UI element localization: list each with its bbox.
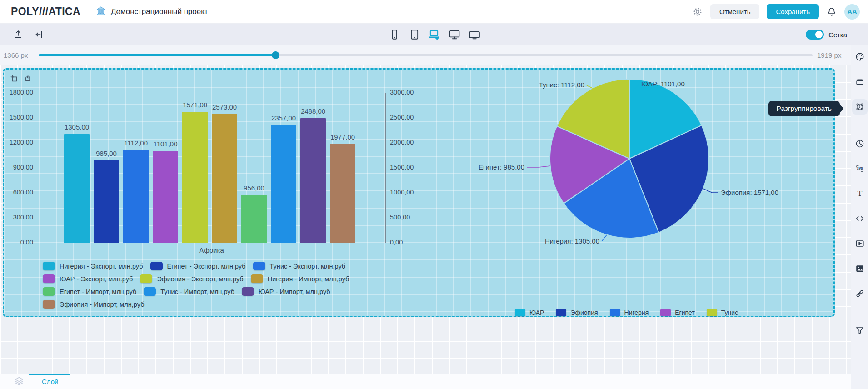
sidebar-tool-palette-icon[interactable] xyxy=(852,49,868,65)
legend-item: Египет - Импорт, млн,руб xyxy=(43,287,136,296)
right-axis-tick: 2000,00 xyxy=(390,139,414,146)
right-axis-tick: 2500,00 xyxy=(390,114,414,121)
tv-icon[interactable] xyxy=(467,28,481,41)
sidebar-tool-group-select-icon[interactable] xyxy=(852,99,868,115)
width-slider-handle[interactable] xyxy=(272,51,279,59)
collapse-left-icon[interactable] xyxy=(34,29,45,40)
bar-5[interactable] xyxy=(182,112,208,243)
left-axis-tick: 300,00 xyxy=(13,214,33,221)
legend-item: Тунис - Импорт, млн,руб xyxy=(144,287,234,296)
pie-legend-swatch xyxy=(610,309,620,316)
sidebar-tool-image-icon[interactable] xyxy=(852,261,868,276)
monitor-icon[interactable] xyxy=(447,28,461,41)
laptop-icon[interactable] xyxy=(427,28,441,41)
project-title: Демонстрационный проект xyxy=(111,7,208,16)
bar-9[interactable] xyxy=(300,118,326,243)
pie-callout-line xyxy=(527,166,550,167)
width-slider-track[interactable] xyxy=(39,54,813,56)
legend-item: Эфиопия - Импорт, млн,руб xyxy=(43,300,144,309)
project-bank-icon xyxy=(95,5,106,18)
header-divider xyxy=(88,5,88,19)
legend-item: ЮАР - Импорт, млн,руб xyxy=(242,287,330,296)
bar-4[interactable] xyxy=(153,151,178,243)
left-axis-tick: 1200,00 xyxy=(10,139,33,146)
pie-callout-line xyxy=(587,85,594,89)
left-axis-tick: 1800,00 xyxy=(10,89,33,96)
x-axis-category-label: Африка xyxy=(199,246,224,254)
bar-2[interactable] xyxy=(94,160,119,243)
legend-label: ЮАР - Экспорт, млн.руб xyxy=(60,275,133,283)
left-axis-tick: 0,00 xyxy=(20,239,33,246)
left-axis-tick: 600,00 xyxy=(13,189,33,196)
sidebar-divider xyxy=(854,125,866,125)
bar-chart-widget[interactable]: 1800,001500,001200,00900,00600,00300,000… xyxy=(10,75,419,313)
pie-legend-swatch xyxy=(707,309,717,316)
pie-legend-label: Египет xyxy=(675,309,695,316)
bar-7[interactable] xyxy=(241,195,267,243)
sidebar-tool-container-icon[interactable] xyxy=(852,74,868,90)
notifications-bell-icon[interactable] xyxy=(826,6,837,17)
pie-slice-label: Нигерия: 1305,00 xyxy=(545,237,599,245)
bar-10[interactable] xyxy=(330,144,355,243)
pie-slice-label: Тунис: 1112,00 xyxy=(539,81,584,89)
polymatica-logo[interactable]: POLY///ATICA xyxy=(11,5,80,18)
dashboard-canvas-selection[interactable]: 1800,001500,001200,00900,00600,00300,000… xyxy=(3,68,835,317)
legend-swatch xyxy=(144,287,156,296)
layer-tab-indicator xyxy=(29,374,70,375)
legend-swatch xyxy=(43,300,55,309)
sidebar-tool-video-icon[interactable] xyxy=(852,236,868,251)
sidebar-tool-pie-chart-icon[interactable] xyxy=(852,136,868,151)
cancel-button[interactable]: Отменить xyxy=(710,4,760,19)
legend-label: ЮАР - Импорт, млн,руб xyxy=(259,288,330,295)
sidebar-tool-link-icon[interactable] xyxy=(852,286,868,301)
bar-value-label: 1977,00 xyxy=(330,133,355,141)
sidebar-tool-filter-icon[interactable] xyxy=(852,323,868,338)
user-avatar[interactable]: AA xyxy=(844,4,860,20)
bar-1[interactable] xyxy=(64,134,90,243)
legend-swatch xyxy=(150,262,163,270)
legend-swatch xyxy=(251,274,263,283)
pie-legend-item: Эфиопия xyxy=(556,309,598,316)
pie-legend-swatch xyxy=(515,309,525,316)
phone-icon[interactable] xyxy=(387,28,401,41)
sidebar-tool-code-icon[interactable] xyxy=(852,211,868,226)
pie-legend-item: Тунис xyxy=(707,309,738,316)
legend-swatch xyxy=(253,262,265,270)
bar-value-label: 1112,00 xyxy=(124,139,148,147)
legend-item: Нигерия - Экспорт, млн.руб xyxy=(43,262,143,270)
bar-value-label: 2488,00 xyxy=(301,107,325,115)
left-axis-tick: 900,00 xyxy=(13,164,33,171)
legend-item: Египет - Экспорт, млн.руб xyxy=(150,262,246,270)
legend-swatch xyxy=(43,274,55,283)
grid-toggle[interactable] xyxy=(806,30,824,40)
pie-slice-label: Эфиопия: 1571,00 xyxy=(721,189,778,196)
layers-bar: Слой xyxy=(0,374,851,389)
svg-text:SVG: SVG xyxy=(857,167,863,170)
settings-gear-icon[interactable] xyxy=(692,6,703,17)
pie-legend-item: Нигерия xyxy=(610,309,649,316)
workspace-grid[interactable]: 1800,001500,001200,00900,00600,00300,000… xyxy=(0,65,851,374)
bar-value-label: 1101,00 xyxy=(153,140,177,148)
layer-tab[interactable]: Слой xyxy=(42,378,58,385)
bar-value-label: 2573,00 xyxy=(212,103,237,111)
width-slider-row: 1366 px 1919 px xyxy=(0,45,851,65)
right-axis-tick: 1500,00 xyxy=(390,164,414,171)
bar-6[interactable] xyxy=(212,114,237,243)
pie-legend-label: Тунис xyxy=(721,309,738,316)
tablet-icon[interactable] xyxy=(407,28,421,41)
legend-label: Тунис - Импорт, млн,руб xyxy=(160,288,234,295)
app-header: POLY///ATICA Демонстрационный проект Отм… xyxy=(0,0,868,24)
sidebar-tool-svg-icon[interactable]: SVG xyxy=(852,161,868,176)
pie-slice-label: Египет: 985,00 xyxy=(479,163,524,171)
grid-toggle-label: Сетка xyxy=(828,31,847,39)
legend-item: Нигерия - Импорт, млн,руб xyxy=(251,274,349,283)
bar-8[interactable] xyxy=(271,125,296,243)
bar-3[interactable] xyxy=(123,150,149,243)
save-button[interactable]: Сохранить xyxy=(767,4,819,19)
legend-label: Египет - Экспорт, млн.руб xyxy=(167,263,246,270)
right-axis-tick: 3000,00 xyxy=(390,89,414,96)
tools-sidebar: SVGT xyxy=(851,45,868,389)
bar-value-label: 2357,00 xyxy=(271,114,296,122)
sidebar-tool-text-icon[interactable]: T xyxy=(852,186,868,201)
upload-icon[interactable] xyxy=(13,29,24,40)
